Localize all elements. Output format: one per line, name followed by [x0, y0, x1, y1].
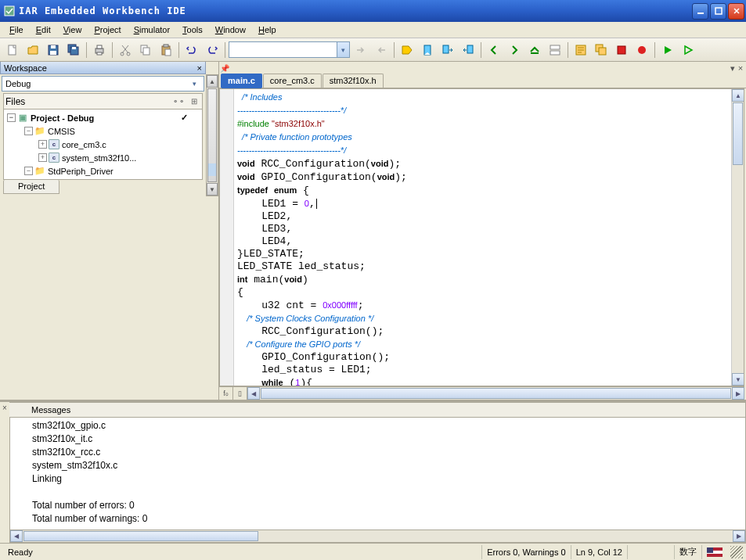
workspace-panel: Workspace × Debug ▾ Files ⚬⚬ ⊞ −▣Project… [0, 62, 219, 400]
find-combo[interactable]: ▾ [229, 41, 350, 58]
project-tabstrip: Project [3, 180, 203, 195]
replace-button[interactable] [546, 41, 564, 59]
config-combo[interactable]: Debug ▾ [2, 76, 204, 92]
svg-point-30 [638, 46, 646, 54]
svg-rect-9 [72, 47, 76, 49]
print-button[interactable] [90, 41, 109, 59]
copy-button[interactable] [136, 41, 155, 59]
scroll-left-icon[interactable]: ◀ [247, 387, 260, 400]
scroll-right-icon[interactable]: ▶ [732, 387, 744, 400]
editor-vscrollbar[interactable]: ▲ ▼ [731, 89, 744, 386]
workspace-close-icon[interactable]: × [197, 63, 202, 73]
save-all-button[interactable] [64, 41, 83, 59]
window-close-button[interactable] [728, 3, 744, 20]
goto-button[interactable] [398, 41, 416, 59]
paste-button[interactable] [157, 41, 175, 59]
svg-rect-18 [164, 45, 168, 47]
scroll-up-icon[interactable]: ▲ [732, 89, 744, 102]
editor-menu-icons[interactable]: ▾× [727, 62, 746, 74]
editor-hscrollbar[interactable]: ◀ ▶ [247, 387, 744, 400]
messages-body[interactable]: stm32f10x_gpio.cstm32f10x_it.cstm32f10x_… [9, 418, 746, 530]
menu-project[interactable]: Project [88, 23, 127, 36]
bookmark-next-button[interactable] [438, 41, 457, 59]
column-icon-1[interactable]: ⚬⚬ [169, 97, 188, 106]
split-indicator[interactable]: ▯ [233, 387, 247, 400]
menu-tools[interactable]: Tools [176, 23, 209, 36]
project-tab[interactable]: Project [3, 180, 59, 194]
file-tree[interactable]: −▣Project - Debug✓−📁CMSIS+ccore_cm3.c+cs… [3, 109, 203, 180]
undo-button[interactable] [182, 41, 201, 59]
debug-no-download-button[interactable] [679, 41, 697, 59]
window-maximize-button[interactable] [710, 3, 726, 20]
app-icon [3, 5, 16, 17]
resize-grip-icon[interactable] [730, 546, 743, 558]
cut-button[interactable] [116, 41, 135, 59]
nav-back-button[interactable] [485, 41, 503, 59]
tree-item[interactable]: +ccore_cm3.c [4, 138, 202, 151]
menu-view[interactable]: View [57, 23, 88, 36]
build-close-icon[interactable]: × [0, 402, 9, 418]
pin-icon[interactable]: 📌 [219, 62, 230, 74]
scroll-up-icon[interactable]: ▲ [207, 75, 218, 88]
scroll-thumb[interactable] [261, 388, 731, 399]
menu-window[interactable]: Window [209, 23, 252, 36]
svg-rect-25 [550, 51, 560, 55]
tree-item[interactable]: −📁StdPeriph_Driver [4, 164, 202, 178]
scroll-right-icon[interactable]: ▶ [733, 530, 745, 542]
scroll-down-icon[interactable]: ▼ [732, 373, 744, 386]
svg-rect-19 [165, 49, 171, 56]
tab-main-c[interactable]: main.c [221, 74, 262, 88]
status-errors: Errors 0, Warnings 0 [481, 545, 570, 559]
compile-button[interactable] [571, 41, 590, 59]
scroll-thumb[interactable] [23, 531, 258, 541]
stop-build-button[interactable] [612, 41, 631, 59]
chevron-down-icon: ▾ [337, 42, 349, 57]
code-editor[interactable]: /* Includes ----------------------------… [219, 88, 744, 386]
redo-button[interactable] [203, 41, 222, 59]
menu-help[interactable]: Help [252, 23, 283, 36]
status-bar: Ready Errors 0, Warnings 0 Ln 9, Col 12 … [0, 543, 746, 560]
editor-gutter [220, 89, 234, 386]
new-file-button[interactable] [3, 41, 22, 59]
svg-rect-24 [550, 45, 560, 49]
tab-stm32f10x-h[interactable]: stm32f10x.h [323, 74, 384, 88]
menu-file[interactable]: File [3, 23, 30, 36]
find-prev-button[interactable] [372, 41, 391, 59]
find-next-button[interactable] [351, 41, 370, 59]
scroll-thumb[interactable] [733, 102, 743, 165]
svg-rect-11 [97, 45, 102, 48]
project-root[interactable]: −▣Project - Debug✓ [4, 111, 202, 124]
menu-simulator[interactable]: Simulator [128, 23, 176, 36]
nav-up-button[interactable] [525, 41, 544, 59]
svg-rect-23 [531, 52, 539, 54]
bookmark-prev-button[interactable] [459, 41, 478, 59]
open-file-button[interactable] [23, 41, 42, 59]
make-button[interactable] [592, 41, 611, 59]
svg-rect-29 [618, 46, 625, 54]
svg-rect-16 [143, 48, 150, 55]
files-header: Files ⚬⚬ ⊞ [3, 93, 203, 109]
menu-edit[interactable]: Edit [30, 23, 57, 36]
tree-item[interactable]: +cmisc.c [4, 178, 202, 179]
workspace-scrollbar[interactable]: ▲ ▼ [206, 74, 218, 196]
tree-item[interactable]: +csystem_stm32f10... [4, 151, 202, 164]
scroll-down-icon[interactable]: ▼ [207, 183, 218, 196]
window-title: IAR Embedded Workbench IDE [19, 5, 692, 16]
window-minimize-button[interactable] [692, 3, 708, 20]
column-icon-2[interactable]: ⊞ [188, 97, 200, 106]
nav-fwd-button[interactable] [505, 41, 524, 59]
svg-rect-1 [697, 13, 704, 14]
debug-button[interactable] [658, 41, 677, 59]
build-hscrollbar[interactable]: ◀ ▶ [9, 530, 746, 543]
svg-rect-22 [467, 45, 473, 53]
code-content[interactable]: /* Includes ----------------------------… [234, 89, 731, 386]
tab-core-cm3-c[interactable]: core_cm3.c [263, 74, 322, 88]
tree-item[interactable]: −📁CMSIS [4, 124, 202, 138]
bookmark-toggle-button[interactable] [418, 41, 437, 59]
workspace-header: Workspace × [0, 62, 206, 74]
fold-indicator[interactable]: f₀ [219, 387, 233, 400]
toggle-breakpoint-button[interactable] [632, 41, 651, 59]
editor-tabs: main.c core_cm3.c stm32f10x.h [219, 74, 746, 88]
save-button[interactable] [44, 41, 63, 59]
scroll-left-icon[interactable]: ◀ [10, 530, 23, 542]
